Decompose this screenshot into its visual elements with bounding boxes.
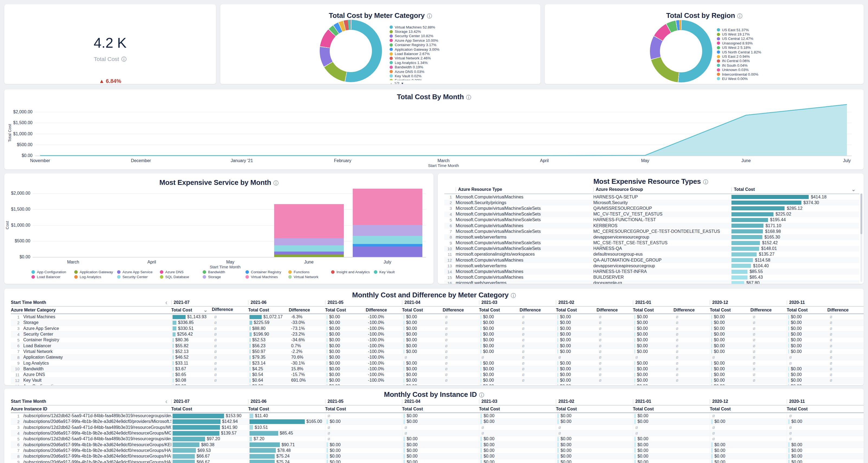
table-row[interactable]: 15 Microsoft.Compute/virtualMachines BUI… <box>444 274 859 280</box>
meter-legend-item[interactable]: Security Center 10.82% <box>390 34 503 38</box>
service-legend-item[interactable]: App Configuration <box>31 270 74 274</box>
page-up-icon[interactable]: ▲ <box>390 82 393 84</box>
bar-segment[interactable] <box>353 236 422 244</box>
region-legend-item[interactable]: EU West 0.00% <box>717 77 831 81</box>
table-row[interactable]: 8 microsoft.web/serverfarms devappservic… <box>444 234 859 240</box>
region-legend-item[interactable]: US West 2 5.18% <box>717 46 831 50</box>
table-row[interactable]: 13 App Configuration $0.00 ø $0.00 ø $0.… <box>11 383 864 385</box>
table-row[interactable]: 5 Container Registry $80.36 ø $52.53 -34… <box>11 337 864 343</box>
table-row[interactable]: 12 Key Vault $0.08 ø $0.64 691.0% $0.00 … <box>11 378 864 383</box>
table-row[interactable]: 3 Azure App Service $330.51 ø $88.80 -73… <box>11 326 864 331</box>
meter-legend-item[interactable]: Application Gateway 3.00% <box>390 47 503 52</box>
bar-segment[interactable] <box>353 247 422 257</box>
service-legend-item[interactable]: Application Gateway <box>74 270 117 274</box>
service-legend-item[interactable]: Security Center <box>117 275 160 279</box>
stacked-bar[interactable] <box>353 189 422 257</box>
sort-chevron-icon[interactable]: ⌄ <box>204 307 208 313</box>
info-icon[interactable]: ⓘ <box>427 13 432 19</box>
info-icon[interactable]: ⓘ <box>479 392 484 398</box>
service-legend-item[interactable]: Storage <box>203 275 245 279</box>
region-legend-item[interactable]: US East 51.37% <box>717 28 831 32</box>
info-icon[interactable]: ⓘ <box>121 56 126 62</box>
table-row[interactable]: 9 Log Analytics $33.11 ø $23.14 -30.1% $… <box>11 360 864 366</box>
region-legend-item[interactable]: US Central 12.47% <box>717 37 831 41</box>
table-row[interactable]: 4 /subscriptions/20d6a917-99fa-4b1b-9b2e… <box>11 431 864 436</box>
service-legend-item[interactable]: Virtual Network <box>288 275 331 279</box>
service-legend-item[interactable]: Functions <box>288 270 331 274</box>
table-row[interactable]: 16 microsoft.web/serverfarms docexample-… <box>444 280 859 284</box>
table-row[interactable]: 11 microsoft.operationalinsights/workspa… <box>444 252 859 257</box>
service-legend-item[interactable]: Insight and Analytics <box>331 270 374 274</box>
region-legend-item[interactable]: Unassigned 8.93% <box>717 41 831 45</box>
info-icon[interactable]: ⓘ <box>737 13 742 19</box>
sort-chevron-icon[interactable]: ⌄ <box>851 186 856 193</box>
bar-segment[interactable] <box>274 204 344 238</box>
region-legend-item[interactable]: US East 2 0.94% <box>717 54 831 59</box>
table-row[interactable]: 1 Microsoft.Compute/virtualMachines HARN… <box>444 194 859 200</box>
service-legend-item[interactable]: SQL Database <box>160 275 203 279</box>
meter-legend-item[interactable]: Virtual Machines 52.88% <box>390 25 503 29</box>
bar-segment[interactable] <box>274 245 344 252</box>
service-legend-item[interactable]: Load Balancer <box>31 275 74 279</box>
table-row[interactable]: 9 /subscriptions/20d6a917-99fa-4b1b-9b2e… <box>11 459 864 463</box>
meter-legend-item[interactable]: Load Balancer 2.67% <box>390 52 503 56</box>
info-icon[interactable]: ⓘ <box>466 95 471 100</box>
meter-legend-item[interactable]: Virtual Network 2.46% <box>390 56 503 60</box>
table-row[interactable]: 2 /subscriptions/20d6a917-99fa-4b1b-9b2e… <box>11 419 864 425</box>
meter-legend-item[interactable]: Key Vault 0.02% <box>390 74 503 78</box>
meter-legend-item[interactable]: Functions 0.00% <box>390 78 503 80</box>
info-icon[interactable]: ⓘ <box>703 179 708 185</box>
table-row[interactable]: 7 Microsoft.Compute/virtualMachineScaleS… <box>444 229 859 234</box>
info-icon[interactable]: ⓘ <box>273 180 279 186</box>
table-row[interactable]: 5 /subscriptions/12d2db62-5aa9-471d-84bb… <box>11 436 864 442</box>
table-row[interactable]: 2 Microsoft.Security/pricings Microsoft.… <box>444 200 859 205</box>
bar-segment[interactable] <box>274 252 344 254</box>
table-row[interactable]: 8 Application Gateway $46.52 ø $79.35 70… <box>11 354 864 360</box>
region-legend-item[interactable]: Unknown 0.03% <box>717 68 831 72</box>
bar-segment[interactable] <box>353 225 422 236</box>
table-row[interactable]: 7 /subscriptions/20d6a917-99fa-4b1b-9b2e… <box>11 448 864 454</box>
service-legend-item[interactable]: Azure DNS <box>160 270 203 274</box>
bar-segment[interactable] <box>353 189 422 225</box>
region-legend-item[interactable]: Intercontinental 0.00% <box>717 72 831 77</box>
table-row[interactable]: 6 Load Balancer $55.82 ø $56.23 0.7% $0.… <box>11 343 864 349</box>
table-row[interactable]: 11 Azure DNS $0.65 ø $0.54 -15.7% $0.00 … <box>11 372 864 378</box>
table-row[interactable]: 5 Microsoft.Compute/virtualMachineScaleS… <box>444 217 859 223</box>
service-legend-item[interactable]: Azure App Service <box>117 270 160 274</box>
meter-legend-item[interactable]: Azure DNS 0.03% <box>390 69 503 74</box>
region-legend-item[interactable]: IN Central 0.06% <box>717 59 831 63</box>
table-row[interactable]: 9 Microsoft.Compute/virtualMachineScaleS… <box>444 240 859 246</box>
bar-segment[interactable] <box>274 255 344 257</box>
meter-legend-item[interactable]: Container Registry 3.17% <box>390 43 503 47</box>
service-legend-item[interactable]: Key Vault <box>374 270 417 274</box>
scroll-left-chevron[interactable]: ‹ <box>165 398 167 405</box>
table-row[interactable]: 8 /subscriptions/20d6a917-99fa-4b1b-9b2e… <box>11 454 864 459</box>
table-row[interactable]: 1 /subscriptions/12d2db62-5aa9-471d-84bb… <box>11 413 864 419</box>
table-row[interactable]: 3 /subscriptions/12d2db62-5aa9-471d-84bb… <box>11 425 864 431</box>
table-row[interactable]: 14 Microsoft.Compute/virtualMachines HAR… <box>444 269 859 274</box>
region-legend-item[interactable]: US North Central 1.82% <box>717 50 831 54</box>
scroll-left-chevron[interactable]: ‹ <box>165 299 167 306</box>
table-row[interactable]: 13 microsoft.web/serverfarms devappservi… <box>444 263 859 269</box>
table-row[interactable]: 6 Microsoft.Compute/virtualMachines KERB… <box>444 223 859 229</box>
table-row[interactable]: 10 Bandwidth $3.67 ø $4.25 15.8% $0.00 -… <box>11 366 864 372</box>
service-legend-item[interactable]: Container Registry <box>245 270 288 274</box>
service-legend-item[interactable]: Virtual Machines <box>245 275 288 279</box>
info-icon[interactable]: ⓘ <box>511 293 516 298</box>
service-legend-item[interactable]: Log Analytics <box>74 275 117 279</box>
bar-segment[interactable] <box>274 238 344 245</box>
table-row[interactable]: 6 /subscriptions/20d6a917-99fa-4b1b-9b2e… <box>11 442 864 447</box>
stacked-bar[interactable] <box>274 204 344 257</box>
table-row[interactable]: 4 Security Center $256.42 ø $196.90 -23.… <box>11 331 864 337</box>
table-row[interactable]: 4 Microsoft.Compute/virtualMachineScaleS… <box>444 211 859 217</box>
table-row[interactable]: 10 Microsoft.Compute/virtualMachineScale… <box>444 246 859 252</box>
meter-legend-item[interactable]: Storage 13.42% <box>390 29 503 34</box>
scrollbar-thumb[interactable] <box>860 194 862 234</box>
meter-legend-item[interactable]: Bandwidth 0.19% <box>390 65 503 69</box>
region-legend-item[interactable]: IN South 0.04% <box>717 63 831 67</box>
table-row[interactable]: 7 Virtual Network $52.13 ø $50.97 -2.2% … <box>11 349 864 354</box>
meter-legend-item[interactable]: Log Analytics 1.34% <box>390 60 503 65</box>
table-row[interactable]: 12 Microsoft.Compute/virtualMachines QA-… <box>444 257 859 263</box>
service-legend-item[interactable]: Bandwidth <box>203 270 245 274</box>
bar-segment[interactable] <box>353 244 422 247</box>
